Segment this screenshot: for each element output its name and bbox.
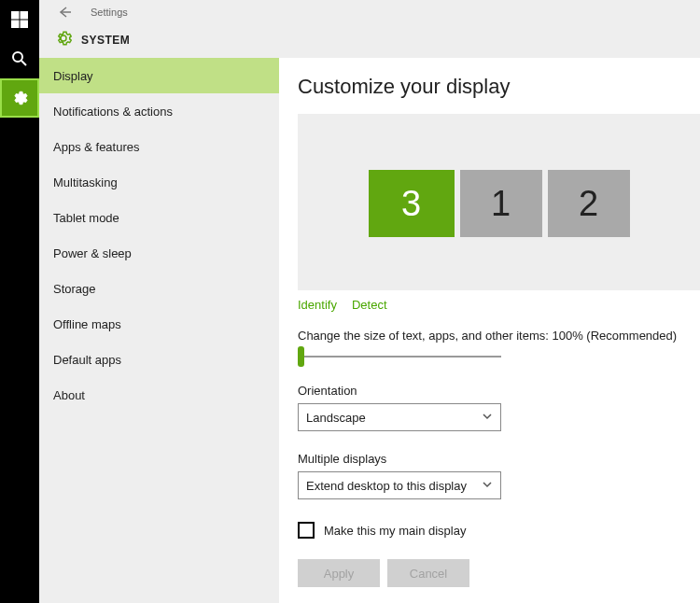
maindisplay-checkbox[interactable] [298, 522, 315, 539]
multidisplay-value: Extend desktop to this display [306, 479, 467, 493]
slider-thumb[interactable] [298, 346, 304, 367]
multidisplay-dropdown[interactable]: Extend desktop to this display [298, 471, 501, 499]
start-icon[interactable] [0, 0, 39, 39]
multidisplay-label: Multiple displays [298, 452, 700, 466]
sidebar-item-tablet-mode[interactable]: Tablet mode [39, 200, 279, 235]
sidebar-item-default-apps[interactable]: Default apps [39, 342, 279, 377]
monitor-preview: 312 [298, 114, 700, 290]
orientation-dropdown[interactable]: Landscape [298, 403, 501, 431]
chevron-down-icon [482, 479, 493, 493]
svg-rect-0 [11, 11, 19, 19]
maindisplay-label: Make this my main display [324, 524, 466, 538]
sidebar-item-storage[interactable]: Storage [39, 271, 279, 306]
identify-link[interactable]: Identify [298, 298, 337, 312]
chevron-down-icon [482, 411, 493, 425]
monitor-1[interactable]: 1 [460, 170, 542, 237]
page-title: Customize your display [298, 75, 700, 99]
cancel-button[interactable]: Cancel [387, 559, 469, 587]
sidebar-item-apps-features[interactable]: Apps & features [39, 129, 279, 164]
svg-rect-1 [21, 11, 28, 19]
slider-track [298, 356, 501, 358]
breadcrumb: Settings [91, 7, 128, 18]
gear-icon [55, 30, 72, 50]
detect-link[interactable]: Detect [352, 298, 387, 312]
search-icon[interactable] [0, 39, 39, 78]
sidebar-item-offline-maps[interactable]: Offline maps [39, 306, 279, 342]
apply-button[interactable]: Apply [298, 559, 380, 587]
scale-label: Change the size of text, apps, and other… [298, 329, 700, 343]
page-category: SYSTEM [81, 34, 130, 47]
sidebar-item-power-sleep[interactable]: Power & sleep [39, 235, 279, 271]
scale-slider[interactable] [298, 350, 501, 363]
svg-rect-3 [21, 21, 28, 28]
svg-point-4 [13, 52, 22, 62]
sidebar: DisplayNotifications & actionsApps & fea… [39, 58, 279, 603]
svg-rect-2 [11, 21, 19, 28]
back-button[interactable] [55, 3, 74, 21]
settings-icon[interactable] [0, 78, 39, 118]
monitor-row: 312 [298, 170, 700, 237]
orientation-value: Landscape [306, 411, 366, 425]
monitor-3[interactable]: 3 [369, 170, 455, 237]
sidebar-item-notifications-actions[interactable]: Notifications & actions [39, 93, 279, 129]
sidebar-item-about[interactable]: About [39, 377, 279, 413]
sidebar-item-display[interactable]: Display [39, 58, 279, 93]
sidebar-item-multitasking[interactable]: Multitasking [39, 164, 279, 200]
svg-line-5 [21, 61, 26, 65]
content-pane: Customize your display 312 Identify Dete… [279, 58, 700, 603]
window-header: Settings SYSTEM [39, 0, 700, 58]
settings-window: Settings SYSTEM DisplayNotifications & a… [39, 0, 700, 603]
monitor-2[interactable]: 2 [548, 170, 630, 237]
orientation-label: Orientation [298, 384, 700, 398]
taskbar [0, 0, 39, 603]
